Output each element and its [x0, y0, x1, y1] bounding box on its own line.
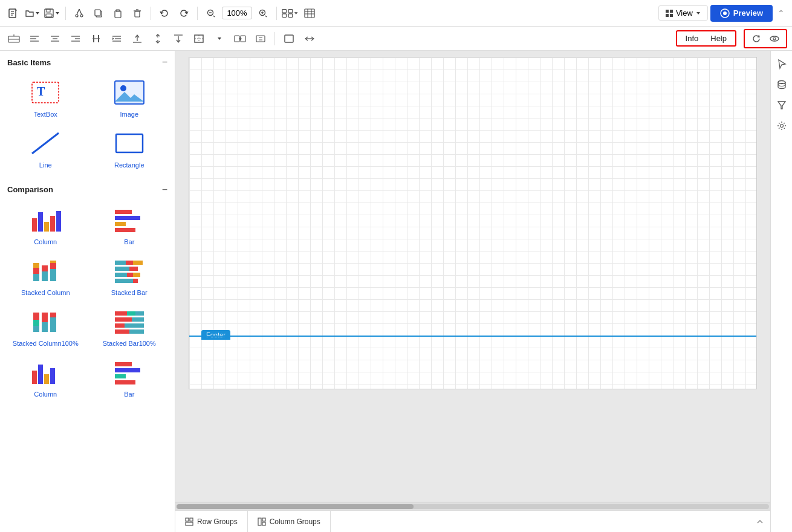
line-item[interactable]: Line [5, 125, 86, 173]
svg-rect-114 [33, 320, 39, 326]
svg-rect-116 [42, 313, 48, 322]
canvas-container[interactable]: Footer [175, 51, 770, 502]
tb2-valign-top-button[interactable] [128, 30, 146, 48]
basic-items-collapse[interactable]: − [162, 57, 167, 68]
svg-point-75 [770, 36, 779, 41]
svg-rect-98 [42, 265, 48, 271]
cut-button[interactable] [71, 5, 88, 22]
svg-rect-15 [135, 11, 140, 17]
svg-rect-5 [47, 9, 50, 12]
textbox-item[interactable]: T TextBox [5, 74, 86, 122]
bar-item[interactable]: Bar [89, 201, 170, 250]
footer-tag: Footer [201, 330, 230, 340]
sidebar: Basic Items − T TextBox [0, 51, 175, 532]
toolbar-collapse-button[interactable]: ⌃ [775, 5, 787, 22]
tb2-split2-button[interactable] [300, 30, 319, 48]
textbox-label: TextBox [34, 110, 57, 118]
tb2-border-button[interactable] [190, 30, 208, 48]
svg-rect-89 [56, 211, 61, 232]
refresh-eye-area [744, 29, 787, 48]
table-button[interactable] [301, 5, 318, 22]
tb2-insert-row-button[interactable] [5, 30, 23, 48]
svg-rect-104 [133, 261, 143, 265]
bottom-collapse-button[interactable] [750, 511, 770, 532]
svg-rect-108 [127, 273, 133, 277]
svg-rect-91 [115, 216, 140, 220]
svg-rect-84 [116, 134, 143, 152]
rs-settings-icon[interactable] [773, 117, 790, 134]
rs-filter-icon[interactable] [773, 97, 790, 114]
svg-rect-36 [666, 14, 669, 17]
toolbar-top: 100% View Preview ⌃ [0, 0, 792, 27]
hscroll-thumb [177, 504, 414, 509]
tb2-merge-button[interactable] [231, 30, 249, 48]
column-item[interactable]: Column [5, 201, 86, 250]
svg-rect-86 [38, 212, 43, 232]
tb2-format-button[interactable] [87, 30, 105, 48]
svg-rect-27 [282, 13, 287, 17]
svg-rect-35 [670, 10, 673, 13]
svg-rect-90 [115, 210, 132, 214]
eye-button[interactable] [765, 30, 784, 47]
tb2-align-center-button[interactable] [46, 30, 64, 48]
paste-button[interactable] [109, 5, 126, 22]
comparison-items-grid: Column Bar [0, 199, 175, 407]
undo-button[interactable] [156, 5, 173, 22]
rs-cursor-icon[interactable] [773, 56, 790, 73]
svg-rect-73 [285, 35, 293, 42]
stacked-bar-item[interactable]: Stacked Bar [89, 252, 170, 300]
zoom-control: 100% [222, 7, 252, 19]
tb2-align-right-button[interactable] [67, 30, 85, 48]
stacked-column-100-item[interactable]: Stacked Column100% [5, 303, 86, 351]
rs-database-icon[interactable] [773, 76, 790, 93]
preview-button[interactable]: Preview [710, 5, 773, 22]
svg-marker-144 [778, 102, 785, 109]
redo-button[interactable] [175, 5, 192, 22]
refresh-button[interactable] [747, 30, 765, 47]
tb2-border2-button[interactable] [280, 30, 298, 48]
column2-item[interactable]: Column [5, 354, 86, 402]
svg-rect-102 [115, 261, 126, 265]
info-button[interactable]: Info [680, 31, 705, 45]
tb2-valign-mid-button[interactable] [149, 30, 167, 48]
copy-button[interactable] [90, 5, 107, 22]
svg-rect-70 [256, 36, 265, 42]
comparison-title: Comparison [7, 185, 53, 194]
svg-rect-127 [115, 329, 129, 334]
tb2-indent-button[interactable] [108, 30, 126, 48]
toolbar-second: Info Help [0, 27, 792, 51]
canvas-page: Footer [189, 57, 757, 389]
svg-rect-132 [115, 362, 132, 366]
svg-rect-109 [133, 273, 140, 277]
svg-rect-94 [33, 274, 39, 281]
stacked-column-item[interactable]: Stacked Column [5, 252, 86, 300]
zoom-value: 100% [226, 8, 248, 18]
rectangle-item[interactable]: Rectangle [89, 125, 170, 173]
help-button[interactable]: Help [704, 31, 733, 45]
open-dropdown-button[interactable] [24, 5, 41, 22]
stacked-bar-100-item[interactable]: Stacked Bar100% [89, 303, 170, 351]
save-button[interactable] [44, 5, 60, 22]
column-groups-tab[interactable]: Column Groups [248, 511, 331, 532]
new-button[interactable] [5, 5, 22, 22]
comparison-collapse[interactable]: − [162, 184, 167, 195]
view-button[interactable]: View [658, 5, 708, 21]
bar2-item[interactable]: Bar [89, 354, 170, 402]
zoom-out-button[interactable] [203, 5, 219, 22]
delete-button[interactable] [129, 5, 146, 22]
svg-rect-107 [115, 273, 127, 277]
right-sidebar [770, 51, 792, 532]
horizontal-scrollbar[interactable] [175, 502, 770, 510]
tb2-align-left-button[interactable] [25, 30, 44, 48]
tb2-split-button[interactable] [252, 30, 270, 48]
svg-line-20 [213, 16, 215, 17]
image-item[interactable]: Image [89, 74, 170, 122]
row-groups-tab[interactable]: Row Groups [175, 511, 248, 532]
svg-rect-12 [95, 10, 100, 16]
tb2-border-dropdown[interactable] [210, 30, 229, 48]
svg-rect-138 [186, 522, 193, 525]
zoom-in-button[interactable] [255, 5, 271, 22]
svg-rect-28 [288, 13, 293, 17]
group-button[interactable] [282, 5, 299, 22]
tb2-valign-bot-button[interactable] [169, 30, 187, 48]
